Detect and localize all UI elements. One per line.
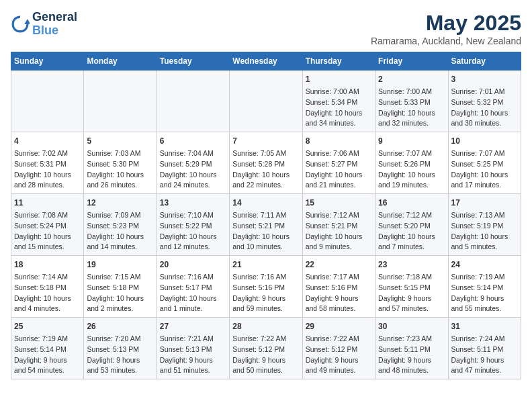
day-info: Sunrise: 7:03 AM Sunset: 5:30 PM Dayligh… [87, 148, 153, 191]
day-cell: 2Sunrise: 7:00 AM Sunset: 5:33 PM Daylig… [375, 71, 448, 132]
day-info: Sunrise: 7:01 AM Sunset: 5:32 PM Dayligh… [451, 87, 518, 129]
day-number: 24 [451, 259, 518, 271]
day-number: 27 [160, 320, 226, 332]
day-info: Sunrise: 7:15 AM Sunset: 5:18 PM Dayligh… [87, 272, 153, 314]
col-thursday: Thursday [302, 52, 375, 71]
day-cell: 13Sunrise: 7:10 AM Sunset: 5:22 PM Dayli… [157, 194, 229, 256]
day-number: 25 [14, 320, 81, 332]
day-cell: 30Sunrise: 7:23 AM Sunset: 5:11 PM Dayli… [375, 318, 448, 379]
week-row-0: 1Sunrise: 7:00 AM Sunset: 5:34 PM Daylig… [11, 71, 521, 132]
day-cell: 5Sunrise: 7:03 AM Sunset: 5:30 PM Daylig… [84, 132, 157, 194]
day-cell: 18Sunrise: 7:14 AM Sunset: 5:18 PM Dayli… [11, 256, 84, 318]
day-info: Sunrise: 7:06 AM Sunset: 5:27 PM Dayligh… [306, 148, 372, 191]
day-info: Sunrise: 7:00 AM Sunset: 5:33 PM Dayligh… [378, 87, 445, 129]
day-number: 15 [306, 197, 372, 209]
header-row: Sunday Monday Tuesday Wednesday Thursday… [11, 52, 521, 71]
month-title: May 2025 [371, 11, 521, 36]
day-cell: 11Sunrise: 7:08 AM Sunset: 5:24 PM Dayli… [11, 194, 84, 256]
day-cell: 21Sunrise: 7:16 AM Sunset: 5:16 PM Dayli… [230, 256, 302, 318]
day-info: Sunrise: 7:20 AM Sunset: 5:13 PM Dayligh… [87, 334, 153, 376]
day-info: Sunrise: 7:08 AM Sunset: 5:24 PM Dayligh… [14, 210, 81, 253]
day-cell: 29Sunrise: 7:22 AM Sunset: 5:12 PM Dayli… [302, 318, 375, 379]
day-info: Sunrise: 7:23 AM Sunset: 5:11 PM Dayligh… [378, 334, 445, 376]
day-number: 23 [378, 259, 445, 271]
day-info: Sunrise: 7:11 AM Sunset: 5:21 PM Dayligh… [232, 210, 299, 253]
day-cell: 10Sunrise: 7:07 AM Sunset: 5:25 PM Dayli… [448, 132, 521, 194]
day-info: Sunrise: 7:04 AM Sunset: 5:29 PM Dayligh… [160, 148, 226, 191]
day-number: 16 [378, 197, 445, 209]
day-cell: 1Sunrise: 7:00 AM Sunset: 5:34 PM Daylig… [302, 71, 375, 132]
day-info: Sunrise: 7:16 AM Sunset: 5:17 PM Dayligh… [160, 272, 226, 314]
week-row-1: 4Sunrise: 7:02 AM Sunset: 5:31 PM Daylig… [11, 132, 521, 194]
day-number: 6 [160, 135, 226, 147]
col-tuesday: Tuesday [157, 52, 229, 71]
day-number: 22 [306, 259, 372, 271]
day-number: 19 [87, 259, 153, 271]
day-info: Sunrise: 7:19 AM Sunset: 5:14 PM Dayligh… [451, 272, 518, 314]
day-number: 13 [160, 197, 226, 209]
day-cell: 22Sunrise: 7:17 AM Sunset: 5:16 PM Dayli… [302, 256, 375, 318]
day-number: 21 [232, 259, 299, 271]
day-info: Sunrise: 7:13 AM Sunset: 5:19 PM Dayligh… [451, 210, 518, 253]
day-cell: 23Sunrise: 7:18 AM Sunset: 5:15 PM Dayli… [375, 256, 448, 318]
day-cell [157, 71, 229, 132]
week-row-3: 18Sunrise: 7:14 AM Sunset: 5:18 PM Dayli… [11, 256, 521, 318]
day-cell: 8Sunrise: 7:06 AM Sunset: 5:27 PM Daylig… [302, 132, 375, 194]
calendar-table: Sunday Monday Tuesday Wednesday Thursday… [11, 52, 521, 379]
col-wednesday: Wednesday [230, 52, 302, 71]
day-cell: 20Sunrise: 7:16 AM Sunset: 5:17 PM Dayli… [157, 256, 229, 318]
week-row-4: 25Sunrise: 7:19 AM Sunset: 5:14 PM Dayli… [11, 318, 521, 379]
day-cell: 28Sunrise: 7:22 AM Sunset: 5:12 PM Dayli… [230, 318, 302, 379]
logo-text: General Blue [32, 11, 77, 38]
day-info: Sunrise: 7:22 AM Sunset: 5:12 PM Dayligh… [232, 334, 299, 376]
day-number: 10 [451, 135, 518, 147]
day-number: 14 [232, 197, 299, 209]
day-cell [230, 71, 302, 132]
day-cell: 7Sunrise: 7:05 AM Sunset: 5:28 PM Daylig… [230, 132, 302, 194]
day-info: Sunrise: 7:18 AM Sunset: 5:15 PM Dayligh… [378, 272, 445, 314]
day-info: Sunrise: 7:07 AM Sunset: 5:26 PM Dayligh… [378, 148, 445, 191]
day-number: 12 [87, 197, 153, 209]
day-cell: 6Sunrise: 7:04 AM Sunset: 5:29 PM Daylig… [157, 132, 229, 194]
day-number: 2 [378, 73, 445, 85]
day-info: Sunrise: 7:17 AM Sunset: 5:16 PM Dayligh… [306, 272, 372, 314]
day-cell: 3Sunrise: 7:01 AM Sunset: 5:32 PM Daylig… [448, 71, 521, 132]
day-number: 4 [14, 135, 81, 147]
day-cell [84, 71, 157, 132]
day-cell: 26Sunrise: 7:20 AM Sunset: 5:13 PM Dayli… [84, 318, 157, 379]
day-number: 28 [232, 320, 299, 332]
day-cell: 9Sunrise: 7:07 AM Sunset: 5:26 PM Daylig… [375, 132, 448, 194]
day-info: Sunrise: 7:21 AM Sunset: 5:13 PM Dayligh… [160, 334, 226, 376]
day-number: 26 [87, 320, 153, 332]
day-cell: 16Sunrise: 7:12 AM Sunset: 5:20 PM Dayli… [375, 194, 448, 256]
col-monday: Monday [84, 52, 157, 71]
day-cell: 12Sunrise: 7:09 AM Sunset: 5:23 PM Dayli… [84, 194, 157, 256]
title-block: May 2025 Ramarama, Auckland, New Zealand [371, 11, 521, 46]
day-info: Sunrise: 7:00 AM Sunset: 5:34 PM Dayligh… [306, 87, 372, 129]
day-info: Sunrise: 7:10 AM Sunset: 5:22 PM Dayligh… [160, 210, 226, 253]
day-cell: 31Sunrise: 7:24 AM Sunset: 5:11 PM Dayli… [448, 318, 521, 379]
day-info: Sunrise: 7:19 AM Sunset: 5:14 PM Dayligh… [14, 334, 81, 376]
day-number: 18 [14, 259, 81, 271]
day-cell: 14Sunrise: 7:11 AM Sunset: 5:21 PM Dayli… [230, 194, 302, 256]
page-header: General Blue May 2025 Ramarama, Auckland… [11, 11, 521, 46]
day-info: Sunrise: 7:24 AM Sunset: 5:11 PM Dayligh… [451, 334, 518, 376]
day-info: Sunrise: 7:14 AM Sunset: 5:18 PM Dayligh… [14, 272, 81, 314]
location: Ramarama, Auckland, New Zealand [371, 36, 521, 46]
col-friday: Friday [375, 52, 448, 71]
day-info: Sunrise: 7:22 AM Sunset: 5:12 PM Dayligh… [306, 334, 372, 376]
day-number: 3 [451, 73, 518, 85]
day-cell: 19Sunrise: 7:15 AM Sunset: 5:18 PM Dayli… [84, 256, 157, 318]
day-number: 30 [378, 320, 445, 332]
day-number: 7 [232, 135, 299, 147]
week-row-2: 11Sunrise: 7:08 AM Sunset: 5:24 PM Dayli… [11, 194, 521, 256]
col-sunday: Sunday [11, 52, 84, 71]
logo: General Blue [11, 11, 77, 38]
day-info: Sunrise: 7:16 AM Sunset: 5:16 PM Dayligh… [232, 272, 299, 314]
day-info: Sunrise: 7:05 AM Sunset: 5:28 PM Dayligh… [232, 148, 299, 191]
day-cell: 27Sunrise: 7:21 AM Sunset: 5:13 PM Dayli… [157, 318, 229, 379]
day-info: Sunrise: 7:09 AM Sunset: 5:23 PM Dayligh… [87, 210, 153, 253]
day-number: 1 [306, 73, 372, 85]
col-saturday: Saturday [448, 52, 521, 71]
day-cell: 24Sunrise: 7:19 AM Sunset: 5:14 PM Dayli… [448, 256, 521, 318]
